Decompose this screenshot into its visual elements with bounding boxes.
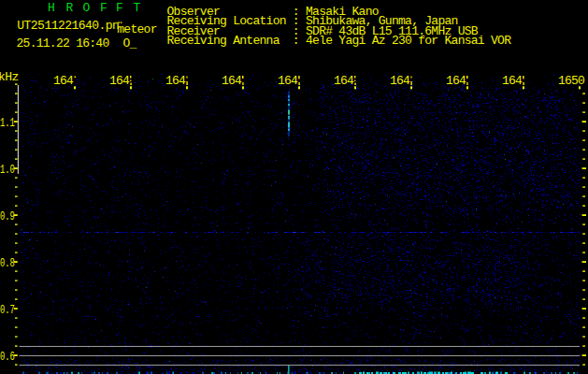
- svg-text:0.9: 0.9: [0, 209, 15, 223]
- svg-text:UT2511221640.pn: UT2511221640.pn: [17, 19, 119, 33]
- svg-text:1.1: 1.1: [0, 116, 15, 129]
- svg-text:164: 164: [109, 74, 130, 88]
- svg-text:Receiving Antenna : 4ele Yagi: Receiving Antenna : 4ele Yagi Az 230 for…: [167, 34, 512, 48]
- svg-text:0.6: 0.6: [0, 350, 15, 363]
- svg-text:164: 164: [334, 74, 354, 88]
- svg-text:164: 164: [165, 74, 186, 88]
- svg-text:meteor: meteor: [117, 22, 156, 36]
- svg-text:kHz: kHz: [0, 70, 19, 84]
- svg-text:1.0: 1.0: [0, 163, 15, 176]
- svg-text:164: 164: [446, 74, 466, 88]
- svg-text:1650: 1650: [558, 74, 584, 88]
- svg-text:25.11.22 16:40: 25.11.22 16:40: [17, 36, 109, 50]
- svg-text:0.8: 0.8: [0, 256, 15, 269]
- svg-text:164: 164: [390, 74, 410, 88]
- svg-text:0.7: 0.7: [0, 303, 15, 316]
- svg-text:O_: O_: [123, 36, 137, 50]
- svg-text:164: 164: [502, 74, 523, 88]
- svg-text:164: 164: [53, 74, 74, 88]
- svg-text:164: 164: [222, 74, 242, 88]
- svg-text:164: 164: [278, 74, 298, 88]
